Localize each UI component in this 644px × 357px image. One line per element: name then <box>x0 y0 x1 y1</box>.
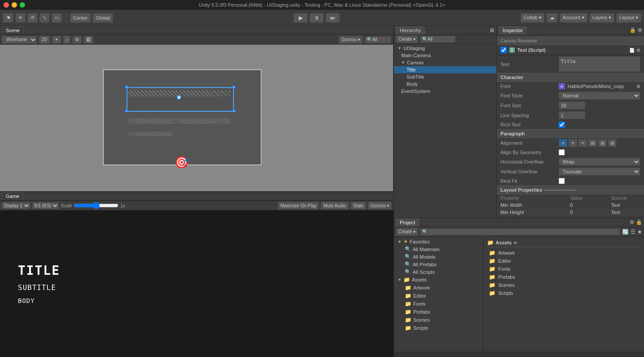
proj-view-icon[interactable]: ☰ <box>631 229 636 235</box>
pause-btn[interactable]: ⏸ <box>309 13 324 23</box>
gizmos-game-btn[interactable]: Gizmos ▾ <box>368 202 392 210</box>
h-overflow-select[interactable]: Wrap Overflow <box>559 158 640 166</box>
hier-item-eventsystem[interactable]: EventSystem <box>394 88 496 95</box>
font-settings-icon[interactable]: ⚙ <box>636 84 640 89</box>
proj-scenes[interactable]: 📁 Scenes <box>394 316 483 324</box>
hier-tab[interactable]: Hierarchy <box>396 26 425 34</box>
insp-preview-icon[interactable]: 📄 <box>629 48 635 53</box>
wireframe-select[interactable]: Wireframe <box>2 36 37 44</box>
line-spacing-input[interactable] <box>559 111 585 119</box>
asset-item-fonts[interactable]: 📁 Fonts <box>487 265 640 273</box>
align-ml-btn[interactable]: ▤ <box>588 139 597 147</box>
font-size-input[interactable] <box>559 101 585 109</box>
hier-settings-icon[interactable]: ⚙ <box>490 27 495 34</box>
asset-item-artwork[interactable]: 📁 Artwork <box>487 249 640 257</box>
display-select[interactable]: Display 1 <box>2 202 30 209</box>
hier-item-uistaging[interactable]: ▼ UIStaging <box>394 45 496 52</box>
insp-settings-icon[interactable]: ⚙ <box>638 27 642 33</box>
asset-item-scenes[interactable]: 📁 Scenes <box>487 281 640 289</box>
hier-item-body[interactable]: Body <box>394 80 496 88</box>
proj-refresh-icon[interactable]: 🔄 <box>622 229 629 235</box>
assets-root-item[interactable]: ▼ 📁 Assets <box>394 276 483 284</box>
fx-btn[interactable]: ⚙ <box>72 36 82 44</box>
proj-all-materials[interactable]: 🔍 All Materials <box>394 245 483 253</box>
hier-create-btn[interactable]: Create ▾ <box>396 35 418 43</box>
proj-all-scripts[interactable]: 🔍 All Scripts <box>394 268 483 276</box>
close-btn[interactable] <box>4 2 9 8</box>
move-tool-btn[interactable]: ✛ <box>15 13 25 23</box>
center-btn[interactable]: Center <box>70 13 91 23</box>
handle-bottom-left[interactable] <box>125 109 128 113</box>
step-btn[interactable]: ⏭ <box>326 13 340 23</box>
v-overflow-select[interactable]: Truncate Overflow <box>559 168 640 176</box>
minimize-btn[interactable] <box>12 2 17 8</box>
game-tab[interactable]: Game <box>2 192 23 200</box>
proj-star-icon[interactable]: ★ <box>637 229 642 235</box>
scene-tab[interactable]: Scene <box>2 26 24 34</box>
align-tl-btn[interactable]: ≡ <box>559 139 568 147</box>
proj-artwork[interactable]: 📁 Artwork <box>394 284 483 292</box>
hand-tool-btn[interactable]: ☚ <box>3 13 13 23</box>
proj-all-prefabs[interactable]: 🔍 All Prefabs <box>394 260 483 268</box>
2d-btn[interactable]: 2D <box>39 36 50 44</box>
gizmos-btn[interactable]: Gizmos ▾ <box>339 36 363 44</box>
collab-btn[interactable]: Collab ▾ <box>521 13 545 23</box>
align-by-geo-checkbox[interactable] <box>559 149 565 155</box>
hier-search[interactable] <box>420 36 456 43</box>
asset-item-prefabs[interactable]: 📁 Prefabs <box>487 273 640 281</box>
font-style-select[interactable]: Normal <box>559 92 640 100</box>
maximize-btn[interactable]: Maximize On Play <box>278 202 319 210</box>
sound-btn[interactable]: ♪ <box>63 36 71 44</box>
scene-search[interactable] <box>364 36 391 43</box>
proj-tab[interactable]: Project <box>396 218 419 227</box>
scale-tool-btn[interactable]: ⤡ <box>39 13 50 23</box>
align-tr-btn[interactable]: ≡ <box>578 139 587 147</box>
layout-dropdown[interactable]: Layout ▾ <box>616 13 641 23</box>
hier-item-main-camera[interactable]: Main Camera <box>394 52 496 59</box>
proj-search[interactable] <box>420 228 620 235</box>
proj-lock-icon[interactable]: 🔒 <box>636 219 642 225</box>
insp-tab[interactable]: Inspector <box>499 26 527 34</box>
proj-fonts[interactable]: 📁 Fonts <box>394 300 483 308</box>
handle-top-right[interactable] <box>232 85 236 89</box>
proj-all-models[interactable]: 🔍 All Models <box>394 253 483 260</box>
proj-create-btn[interactable]: Create ▾ <box>396 228 418 236</box>
hier-item-canvas[interactable]: ▼ Canvas <box>394 59 496 66</box>
favorites-item[interactable]: ▼ ★ Favorites <box>394 238 483 245</box>
play-btn[interactable]: ▶ <box>293 13 308 23</box>
component-enabled-checkbox[interactable] <box>500 47 507 53</box>
proj-settings-icon[interactable]: ⚙ <box>630 219 634 225</box>
handle-bottom-right[interactable] <box>232 109 236 113</box>
image-btn[interactable]: 🖼 <box>84 36 93 44</box>
scene-canvas-bg[interactable]: 🎯 <box>0 45 393 191</box>
align-mc-btn[interactable]: ▤ <box>598 139 607 147</box>
handle-top-left[interactable] <box>125 85 128 89</box>
align-tc-btn[interactable]: ≡ <box>568 139 577 147</box>
proj-prefabs[interactable]: 📁 Prefabs <box>394 308 483 316</box>
rect-tool-btn[interactable]: ▭ <box>51 13 62 23</box>
proj-editor[interactable]: 📁 Editor <box>394 292 483 300</box>
mute-btn[interactable]: Mute Audio <box>321 202 348 210</box>
rich-text-checkbox[interactable] <box>559 122 565 128</box>
maximize-btn[interactable] <box>20 2 25 8</box>
insp-gear-icon[interactable]: ⚙ <box>636 48 640 53</box>
stats-btn[interactable]: Stats <box>351 202 366 210</box>
align-mr-btn[interactable]: ▤ <box>608 139 617 147</box>
text-field-input[interactable]: Title <box>559 56 640 72</box>
account-dropdown[interactable]: Account ▾ <box>559 13 588 23</box>
asset-item-scripts[interactable]: 📁 Scripts <box>487 289 640 297</box>
layers-dropdown[interactable]: Layers ▾ <box>589 13 614 23</box>
rotate-tool-btn[interactable]: ↺ <box>27 13 38 23</box>
lighting-btn[interactable]: ☀ <box>52 36 61 44</box>
global-btn[interactable]: Global <box>93 13 113 23</box>
scale-slider[interactable] <box>74 203 119 208</box>
insp-lock-icon[interactable]: 🔒 <box>630 27 636 33</box>
aspect-select[interactable]: 8:5 (8:5) <box>32 202 59 209</box>
proj-scripts[interactable]: 📁 Scripts <box>394 324 483 332</box>
cloud-btn[interactable]: ☁ <box>547 13 558 23</box>
hier-item-subtitle[interactable]: SubTitle <box>394 73 496 80</box>
asset-item-editor[interactable]: 📁 Editor <box>487 257 640 265</box>
hier-item-title[interactable]: Title <box>394 66 496 73</box>
project-scrollbar-x[interactable] <box>394 352 644 357</box>
best-fit-checkbox[interactable] <box>559 178 565 184</box>
